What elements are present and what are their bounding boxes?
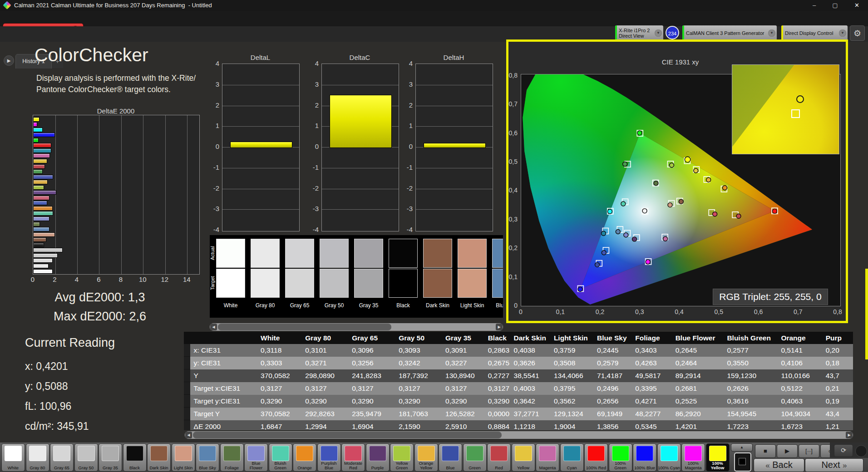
table-cell: 1,4201	[672, 420, 724, 431]
table-cell: 0,3290	[301, 395, 348, 408]
pattern-tile-purple[interactable]: Purple	[366, 443, 390, 472]
pattern-tile-purplish-blue[interactable]: Purplish Blue	[317, 443, 341, 472]
sync-button[interactable]: ⟳	[834, 444, 853, 457]
pattern-swatch	[78, 446, 95, 461]
scroll-right-icon[interactable]: ▶	[846, 432, 853, 438]
pattern-tile-orange[interactable]: Orange	[293, 443, 316, 472]
x-tick-6: 6	[97, 275, 100, 283]
panel-edge-accent	[865, 269, 868, 359]
target-swatch-white	[216, 269, 245, 298]
pattern-tile-100-blue[interactable]: 100% Blue	[633, 443, 656, 472]
scroll-right-icon[interactable]: ▶	[496, 324, 503, 330]
cie-x-tick-0,4: 0,4	[675, 308, 683, 315]
pattern-tile-orange-yellow[interactable]: Orange Yellow	[414, 443, 438, 472]
close-button[interactable]: ✕	[847, 0, 867, 11]
y-tick-3: 3	[401, 80, 413, 88]
pattern-tile-gray-50[interactable]: Gray 50	[74, 443, 98, 472]
pattern-tile-light-skin[interactable]: Light Skin	[172, 443, 195, 472]
gridline--3	[222, 209, 299, 210]
swatch-strip-scrollbar[interactable]: ◀ ▶	[210, 323, 503, 331]
delta-bar-deltac	[330, 95, 392, 148]
table-cell: 1,6904	[348, 420, 395, 431]
pattern-tile-100-magenta[interactable]: 100% Magenta	[681, 443, 705, 472]
pattern-swatch	[515, 446, 532, 461]
chevron-down-icon: ▼	[655, 30, 662, 37]
minimize-button[interactable]: –	[804, 0, 824, 11]
next-button[interactable]: Next »	[805, 458, 863, 472]
table-cell: 0,3242	[395, 357, 442, 369]
scroll-left-icon[interactable]: ◀	[185, 432, 192, 438]
stop-button[interactable]: ■	[755, 444, 776, 458]
table-cell: 2,1590	[395, 420, 442, 431]
pattern-swatch	[539, 446, 556, 461]
pattern-tile-green[interactable]: Green	[463, 443, 487, 472]
pattern-window-button[interactable]	[734, 452, 751, 472]
pattern-tile-label: Yellow	[512, 466, 535, 470]
pattern-tile-100-green[interactable]: 100% Green	[609, 443, 632, 472]
pattern-tile-dark-skin[interactable]: Dark Skin	[147, 443, 171, 472]
pattern-tile-blue-sky[interactable]: Blue Sky	[196, 443, 219, 472]
deltae-bar-yellow-green	[33, 185, 44, 190]
y-tick-1: 1	[307, 122, 319, 129]
play-button[interactable]: ▶	[777, 444, 798, 458]
pattern-tile-magenta[interactable]: Magenta	[536, 443, 559, 472]
table-cell: 1,7223	[723, 420, 777, 431]
deltae-bar-gray-80	[33, 264, 49, 268]
table-cell: 0,2727	[484, 369, 510, 382]
meter-dropdown[interactable]: X-Rite i1Pro 2Direct View ▼	[615, 25, 663, 41]
table-cell: 0,4271	[631, 395, 671, 408]
back-button[interactable]: « Back	[754, 458, 804, 472]
pattern-tile-yellow[interactable]: Yellow	[512, 443, 535, 472]
pattern-tile-foliage[interactable]: Foliage	[220, 443, 244, 472]
x-tick-0: 0	[31, 275, 35, 283]
actual-swatch-light-skin	[458, 239, 487, 268]
toolbar-expand-button[interactable]: ▲	[731, 443, 753, 452]
pattern-swatch	[247, 446, 265, 461]
gridline-3	[222, 85, 299, 85]
pattern-tile-cyan[interactable]: Cyan	[560, 443, 584, 472]
frame-pattern-button[interactable]: [··]	[799, 444, 819, 458]
meter-count-badge[interactable]: 234	[666, 26, 679, 39]
pattern-tile-gray-65[interactable]: Gray 65	[50, 443, 74, 472]
table-cell: 181,7063	[395, 408, 442, 420]
cie-x-tick-0,7: 0,7	[794, 308, 802, 315]
swatch-label: White	[213, 302, 248, 309]
pattern-tile-yellow-green[interactable]: Yellow Green	[390, 443, 414, 472]
pattern-tile-label: Blue Flower	[245, 461, 267, 470]
settings-gear-button[interactable]: ⚙	[850, 25, 865, 41]
column-header-bluish-green: Bluish Green	[723, 332, 777, 344]
x-tick-8: 8	[119, 275, 123, 283]
delta-chart-title-deltah: DeltaH	[444, 54, 464, 61]
delta-chart-deltal	[222, 64, 300, 231]
pattern-tile-gray-35[interactable]: Gray 35	[99, 443, 122, 472]
pattern-tile-red[interactable]: Red	[487, 443, 511, 472]
pattern-tile-100-yellow[interactable]: 100% Yellow	[706, 443, 730, 472]
target-swatch-gray-80	[251, 269, 280, 298]
pattern-tile-blue[interactable]: Blue	[439, 443, 462, 472]
table-scrollbar[interactable]: ◀ ▶	[185, 431, 853, 439]
cie-y-tick-0,6: 0,6	[504, 129, 518, 137]
display-control-dropdown[interactable]: Direct Display Control ▼	[781, 25, 848, 41]
scrollbar-thumb[interactable]	[193, 432, 502, 438]
table-cell: 298,0890	[301, 369, 348, 382]
pattern-tile-blue-flower[interactable]: Blue Flower	[244, 443, 268, 472]
scroll-left-icon[interactable]: ◀	[210, 324, 217, 330]
table-cell: 129,1324	[550, 408, 593, 420]
target-swatch-dark-skin	[423, 269, 452, 298]
table-cell: 126,5282	[442, 408, 484, 420]
pattern-tile-bluish-green[interactable]: Bluish Green	[269, 443, 292, 472]
deltae-bar-cyan	[33, 148, 51, 153]
pattern-tile-black[interactable]: Black	[123, 443, 147, 472]
pattern-tile-moderate-red[interactable]: Moderate Red	[341, 443, 365, 472]
maximize-button[interactable]: ▢	[825, 0, 845, 11]
record-circle-button[interactable]	[855, 445, 867, 457]
pattern-swatch	[150, 446, 168, 461]
pattern-tile-100-cyan[interactable]: 100% Cyan	[657, 443, 681, 472]
tab-scroll-button[interactable]: ▶	[4, 55, 14, 66]
pattern-tile-100-red[interactable]: 100% Red	[584, 443, 608, 472]
pattern-tile-label: Cyan	[561, 466, 583, 470]
pattern-tile-gray-80[interactable]: Gray 80	[26, 443, 49, 472]
pattern-generator-dropdown[interactable]: CalMAN Client 3 Pattern Generator ▼	[682, 25, 777, 41]
pattern-tile-white[interactable]: White	[1, 443, 25, 472]
scrollbar-thumb[interactable]	[218, 324, 391, 330]
